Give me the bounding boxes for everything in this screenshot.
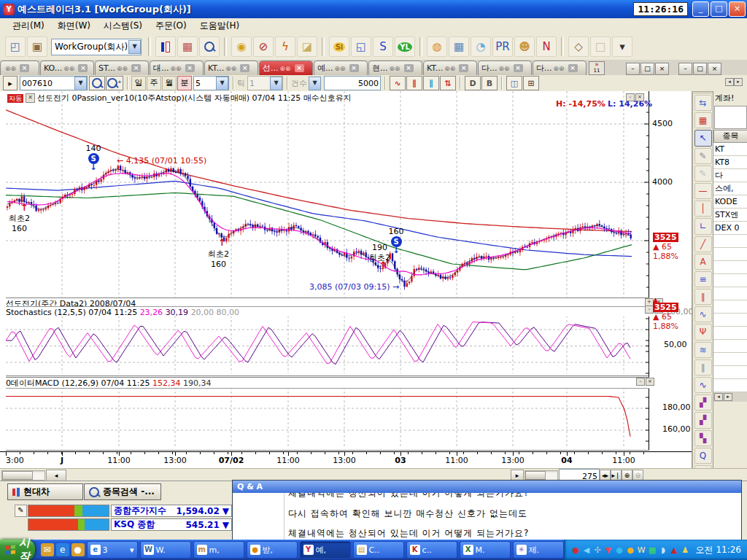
search-icon[interactable]	[199, 36, 220, 57]
quote-list-icon[interactable]: Q	[694, 448, 712, 464]
clock-tray-icon[interactable]: ●	[626, 545, 635, 555]
menu-item-0[interactable]: 관리(M)	[6, 18, 51, 34]
regression-tool-icon[interactable]: ≋	[694, 342, 712, 358]
panel-scrollbar[interactable]: ◂▸	[713, 392, 747, 402]
chart-tab-6[interactable]: 예...⊕⊕×	[314, 61, 368, 75]
mdi-close-icon[interactable]: ×	[655, 63, 669, 75]
bars-tool-icon[interactable]: ∥	[694, 289, 712, 305]
child-minimize-icon[interactable]: –	[678, 63, 692, 75]
lightning-icon[interactable]: ϟ	[275, 36, 295, 57]
fib-tool-icon[interactable]: ≡	[694, 271, 712, 287]
taskbar-button-3[interactable]: e3▾	[87, 541, 138, 559]
period-button-월[interactable]: 월	[162, 76, 177, 90]
chart-tab-10[interactable]: 다...⊕⊕×	[533, 61, 587, 75]
tab-close-icon[interactable]: ×	[240, 64, 249, 72]
candle-chart-icon[interactable]	[155, 36, 176, 57]
si-coin-icon[interactable]: Si	[329, 36, 349, 57]
symbol-input[interactable]	[20, 77, 74, 89]
tv-chart-icon[interactable]: ◱	[351, 36, 371, 57]
watchlist-row-17[interactable]	[713, 366, 747, 379]
ss-icon[interactable]: S	[373, 36, 393, 57]
period-button-주[interactable]: 주	[147, 76, 161, 90]
agent-tray-icon[interactable]: ♟	[681, 545, 690, 555]
taskbar-button-M[interactable]: XM.	[460, 541, 511, 559]
chart-tab-8[interactable]: KT...⊕⊕×	[423, 61, 477, 75]
watchlist-row-18[interactable]	[713, 379, 747, 392]
pie-chart-icon[interactable]: ◔	[471, 36, 491, 57]
yl-icon[interactable]: YL	[395, 36, 415, 57]
edit-indices-icon[interactable]: ✎	[15, 505, 27, 517]
restore-button[interactable]: □	[711, 1, 727, 17]
taskbar-button-받[interactable]: ●받,	[247, 541, 298, 559]
hline-tool-icon[interactable]: —	[694, 183, 712, 199]
child-close-icon[interactable]: ×	[708, 63, 721, 75]
watchlist-row-5[interactable]: STX엔	[713, 209, 747, 222]
chart-tab-3[interactable]: 대...⊕⊕×	[150, 61, 204, 75]
wave-tool-icon[interactable]: ∿	[694, 306, 712, 322]
watchlist-row-9[interactable]	[713, 261, 747, 274]
eraser-icon[interactable]: ◪	[297, 36, 317, 57]
trend-tool-icon[interactable]: ∟	[694, 218, 712, 234]
updown-icon[interactable]: ⇅	[440, 76, 456, 90]
period-button-분[interactable]: 분	[177, 76, 192, 90]
yt-tray-icon[interactable]: ▼	[604, 545, 614, 555]
macd-minimize-icon[interactable]: –	[636, 378, 645, 386]
chart-tab-2[interactable]: ST...⊕⊕×	[95, 61, 149, 75]
elliott-r-icon[interactable]: ▚	[694, 430, 712, 446]
watchlist-row-13[interactable]	[713, 314, 747, 327]
symbol-search-button[interactable]	[89, 76, 105, 90]
pill-tray-icon[interactable]: ●	[571, 545, 581, 555]
qna-content[interactable]: 체결내역에는 청산되어 있는데 이거 어떻게 되는거가요? 다시 접속하여 확인…	[233, 493, 741, 540]
candle-settings-icon[interactable]: ◫	[506, 76, 522, 90]
account-box[interactable]	[714, 106, 747, 129]
watchlist-row-1[interactable]: KT8	[713, 156, 747, 169]
macd-close-icon[interactable]: ×	[646, 378, 654, 386]
parallel-tool-icon[interactable]: ∥	[694, 359, 712, 376]
watchlist-row-0[interactable]: KT	[713, 143, 747, 156]
sidebar-toggle-button[interactable]: ▸	[3, 76, 18, 90]
calendar-search-icon[interactable]: ▦	[449, 36, 469, 57]
watchlist-row-10[interactable]	[713, 274, 747, 287]
blank-icon[interactable]: □	[590, 36, 611, 57]
tab-close-icon[interactable]: ×	[78, 64, 88, 72]
watchlist-row-3[interactable]: 스에,	[713, 182, 747, 195]
minimize-button[interactable]: _	[692, 1, 709, 17]
taskbar-button-제[interactable]: ✳제.	[513, 541, 564, 559]
orb-tray-icon[interactable]: ●	[615, 545, 624, 555]
memo-face-icon[interactable]: ☻	[514, 36, 535, 57]
stop-icon[interactable]: ⊘	[253, 36, 274, 57]
tab-close-icon[interactable]: ×	[349, 64, 359, 72]
tab-close-icon[interactable]: ×	[185, 64, 195, 72]
grid-settings-icon[interactable]: ⊞	[523, 76, 539, 90]
symbol-dropdown-icon[interactable]: ▼	[74, 77, 87, 90]
expand-icon[interactable]: ◇	[568, 36, 589, 57]
pane-right-arrow[interactable]: ▸	[734, 78, 743, 86]
refresh-icon[interactable]: ⇆	[694, 95, 712, 111]
panel-scroll-right-icon[interactable]: ▸	[724, 393, 732, 401]
outlook-icon[interactable]: ✉	[41, 543, 54, 556]
pr-monitor-icon[interactable]: PR	[492, 36, 513, 57]
lan-tray-icon[interactable]: ▲	[670, 545, 679, 555]
watchlist-row-2[interactable]: 다	[713, 169, 747, 182]
taskbar-button-m[interactable]: mm,	[193, 541, 244, 559]
tab-overflow-button[interactable]: »11	[589, 61, 605, 75]
symbol-search-plus-button[interactable]: ⁺	[106, 76, 123, 90]
watchlist-row-11[interactable]	[713, 287, 747, 300]
ie-icon[interactable]: e	[56, 543, 69, 556]
pane-close-icon[interactable]: ×	[635, 93, 644, 101]
minute-dropdown-icon[interactable]: ▼	[216, 77, 228, 90]
line-chart-icon[interactable]: ∿	[390, 76, 406, 90]
eraser-icon[interactable]: ✎	[694, 148, 712, 164]
timer-icon[interactable]: ●	[71, 543, 85, 556]
pane-left-arrow[interactable]: ◂	[725, 78, 734, 86]
chart-canvas[interactable]	[6, 91, 649, 451]
signal-tray-icon[interactable]: ◗	[659, 545, 668, 555]
watchlist-row-7[interactable]	[713, 235, 747, 248]
start-button[interactable]: 시작	[0, 540, 35, 560]
chart-tab-0[interactable]: ⊕⊕×	[0, 61, 39, 75]
left-scroll-track[interactable]	[1, 470, 45, 481]
wori-tray-icon[interactable]: W	[637, 545, 646, 555]
close-button[interactable]: ×	[729, 1, 746, 17]
tab-close-icon[interactable]: ×	[404, 64, 414, 72]
panel-scroll-left-icon[interactable]: ◂	[714, 393, 723, 401]
